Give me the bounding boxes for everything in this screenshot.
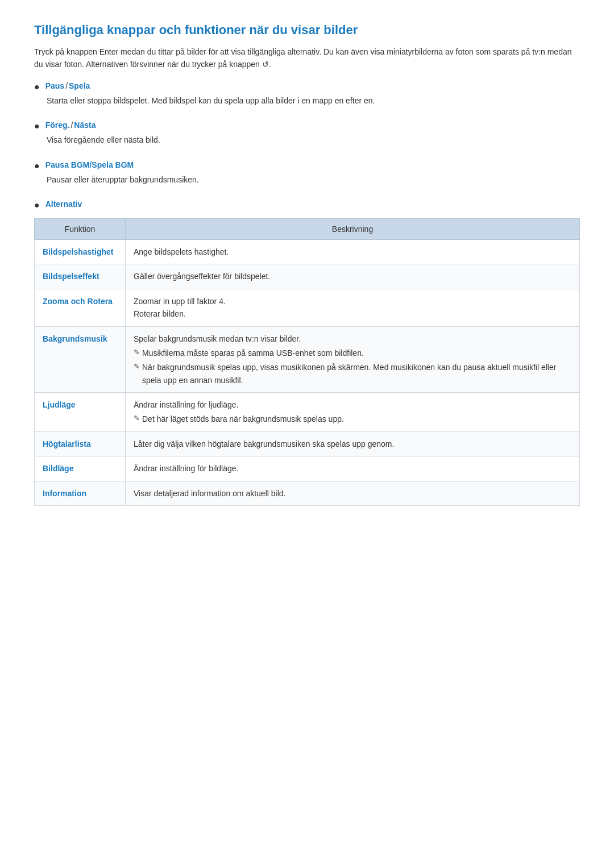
pencil-icon: ✎: [134, 361, 140, 373]
bullet-desc-foreg-nasta: Visa föregående eller nästa bild.: [47, 134, 580, 146]
table-row: LjudlägeÄndrar inställning för ljudläge.…: [35, 393, 580, 432]
bullet-label-bgm: Pausa BGM/Spela BGM: [45, 160, 134, 169]
bullet-section-alternativ: ● Alternativ: [34, 200, 580, 213]
table-row: HögtalarlistaLåter dig välja vilken högt…: [35, 431, 580, 456]
table-cell-description: Ändrar inställning för ljudläge.✎ Det hä…: [126, 393, 580, 432]
table-cell-description: Ändrar inställning för bildläge.: [126, 456, 580, 481]
table-cell-function: Bildspelshastighet: [35, 239, 126, 264]
table-cell-description: Visar detaljerad information om aktuell …: [126, 481, 580, 505]
page-title: Tillgängliga knappar och funktioner när …: [34, 23, 580, 38]
table-desc-text: Visar detaljerad information om aktuell …: [134, 489, 285, 498]
bullet-dot-3: ●: [34, 161, 40, 171]
table-note-line: ✎ När bakgrundsmusik spelas upp, visas m…: [134, 361, 571, 387]
table-cell-function: Ljudläge: [35, 393, 126, 432]
bullet-label-spela: Spela: [69, 81, 90, 90]
bullet-dot-4: ●: [34, 200, 40, 210]
table-cell-description: Låter dig välja vilken högtalare bakgrun…: [126, 431, 580, 456]
bullet-label-alternativ: Alternativ: [45, 200, 82, 209]
table-cell-description: Zoomar in upp till faktor 4.Roterar bild…: [126, 289, 580, 326]
table-note-text: När bakgrundsmusik spelas upp, visas mus…: [142, 361, 571, 387]
table-row: BildspelshastighetAnge bildspelets hasti…: [35, 239, 580, 264]
table-row: BildlägeÄndrar inställning för bildläge.: [35, 456, 580, 481]
table-note-text: Musikfilerna måste sparas på samma USB-e…: [142, 347, 364, 359]
table-cell-function: Zooma och Rotera: [35, 289, 126, 326]
bullet-desc-bgm: Pausar eller återupptar bakgrundsmusiken…: [47, 173, 580, 186]
functions-table: Funktion Beskrivning BildspelshastighetA…: [34, 218, 580, 506]
table-cell-description: Spelar bakgrundsmusik medan tv:n visar b…: [126, 326, 580, 393]
table-desc-text: Låter dig välja vilken högtalare bakgrun…: [134, 439, 394, 448]
bullet-separator-2: /: [70, 121, 73, 130]
bullet-label-foreg: Föreg.: [45, 121, 70, 130]
bullet-separator-1: /: [65, 81, 68, 90]
pencil-icon: ✎: [134, 413, 140, 425]
table-cell-function: Bildspelseffekt: [35, 264, 126, 289]
table-row: BakgrundsmusikSpelar bakgrundsmusik meda…: [35, 326, 580, 393]
table-row: InformationVisar detaljerad information …: [35, 481, 580, 505]
table-cell-description: Gäller övergångseffekter för bildspelet.: [126, 264, 580, 289]
table-note-line: ✎ Musikfilerna måste sparas på samma USB…: [134, 347, 571, 359]
intro-paragraph: Tryck på knappen Enter medan du tittar p…: [34, 45, 580, 71]
table-header-beskrivning: Beskrivning: [126, 218, 580, 239]
bullet-label-paus: Paus: [45, 81, 64, 90]
bullet-desc-paus-spela: Starta eller stoppa bildspelet. Med bild…: [47, 94, 580, 107]
table-note-line: ✎ Det här läget stöds bara när bakgrunds…: [134, 413, 571, 425]
table-cell-function: Bildläge: [35, 456, 126, 481]
table-header-funktion: Funktion: [35, 218, 126, 239]
table-desc-text: Gäller övergångseffekter för bildspelet.: [134, 272, 270, 281]
bullet-dot-1: ●: [34, 82, 40, 92]
pencil-icon: ✎: [134, 347, 140, 359]
table-cell-function: Information: [35, 481, 126, 505]
table-cell-function: Bakgrundsmusik: [35, 326, 126, 393]
table-desc-text: Ändrar inställning för ljudläge.: [134, 400, 238, 409]
table-desc-text: Ange bildspelets hastighet.: [134, 247, 229, 256]
table-row: BildspelseffektGäller övergångseffekter …: [35, 264, 580, 289]
bullet-section-bgm: ● Pausa BGM/Spela BGM Pausar eller återu…: [34, 160, 580, 194]
bullet-section-paus-spela: ● Paus / Spela Starta eller stoppa bilds…: [34, 81, 580, 115]
table-row: Zooma och RoteraZoomar in upp till fakto…: [35, 289, 580, 326]
bullet-dot-2: ●: [34, 121, 40, 131]
table-desc-text: Spelar bakgrundsmusik medan tv:n visar b…: [134, 334, 301, 343]
table-desc-text: Ändrar inställning för bildläge.: [134, 464, 238, 473]
table-cell-function: Högtalarlista: [35, 431, 126, 456]
table-note-text: Det här läget stöds bara när bakgrundsmu…: [142, 413, 344, 425]
bullet-section-foreg-nasta: ● Föreg. / Nästa Visa föregående eller n…: [34, 121, 580, 154]
table-cell-description: Ange bildspelets hastighet.: [126, 239, 580, 264]
bullet-label-nasta: Nästa: [74, 121, 96, 130]
